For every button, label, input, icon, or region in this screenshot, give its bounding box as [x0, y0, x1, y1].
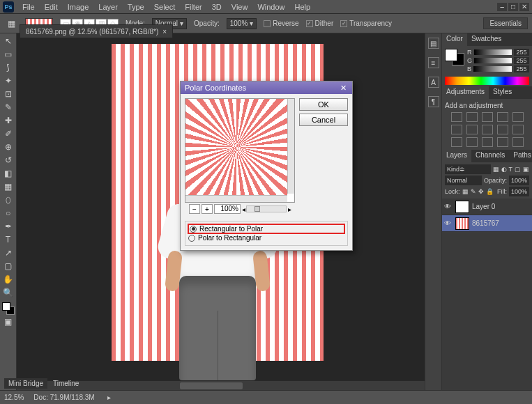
menu-image[interactable]: Image [63, 1, 93, 13]
tab-channels[interactable]: Channels [471, 150, 509, 162]
preview-scrollbar-horizontal[interactable] [185, 195, 287, 202]
tab-styles[interactable]: Styles [489, 86, 516, 99]
hand-tool[interactable]: ✋ [1, 273, 15, 286]
mini-bridge-tab[interactable]: Mini Bridge [4, 378, 47, 389]
zoom-out-button[interactable]: − [189, 204, 200, 214]
reverse-checkbox[interactable]: Reverse [264, 20, 298, 27]
dither-checkbox[interactable]: ✓Dither [306, 20, 334, 27]
lock-pixels-icon[interactable]: ✎ [471, 188, 476, 195]
document-tab[interactable]: 8615769.png @ 12.5% (8615767, RGB/8*) × [20, 24, 173, 38]
actions-panel-icon[interactable]: ≡ [428, 57, 439, 68]
layer-opacity-field[interactable]: 100% [509, 176, 529, 185]
layer-fill-field[interactable]: 100% [509, 187, 529, 196]
brightness-icon[interactable] [451, 112, 462, 122]
menu-view[interactable]: View [227, 1, 252, 13]
b-slider[interactable] [473, 66, 512, 72]
posterize-icon[interactable] [466, 137, 478, 147]
zoom-level[interactable]: 12.5% [4, 394, 24, 401]
tab-color[interactable]: Color [442, 33, 467, 46]
type-tool[interactable]: T [1, 233, 15, 246]
g-value[interactable]: 255 [514, 57, 529, 64]
menu-edit[interactable]: Edit [40, 1, 62, 13]
threshold-icon[interactable] [482, 137, 493, 147]
menu-layer[interactable]: Layer [94, 1, 122, 13]
menu-filter[interactable]: Filter [181, 1, 206, 13]
pen-tool[interactable]: ✒ [1, 220, 15, 233]
layer-name[interactable]: Layer 0 [472, 203, 495, 210]
quickmask-toggle[interactable]: ▣ [1, 316, 15, 328]
dialog-close-button[interactable]: ✕ [338, 83, 348, 93]
invert-icon[interactable] [451, 137, 462, 147]
dialog-titlebar[interactable]: Polar Coordinates ✕ [181, 81, 352, 94]
tab-layers[interactable]: Layers [442, 150, 471, 162]
rectangular-to-polar-option[interactable]: Rectangular to Polar [188, 224, 344, 233]
fg-bg-swatch[interactable] [445, 49, 464, 65]
blend-mode-select[interactable]: Normal [445, 176, 482, 185]
exposure-icon[interactable] [497, 112, 508, 122]
marquee-tool[interactable]: ▭ [1, 48, 15, 61]
bw-icon[interactable] [466, 125, 478, 134]
color-picker[interactable] [2, 302, 15, 315]
lasso-tool[interactable]: ⟆ [1, 61, 15, 74]
r-value[interactable]: 255 [514, 49, 529, 56]
gradient-map-icon[interactable] [497, 137, 508, 147]
stamp-tool[interactable]: ⊕ [1, 141, 15, 153]
color-spectrum[interactable] [445, 77, 529, 85]
opacity-field[interactable]: 100%▾ [227, 18, 257, 29]
tab-swatches[interactable]: Swatches [467, 33, 506, 46]
window-close-button[interactable]: ✕ [519, 3, 529, 11]
layer-row[interactable]: 👁 8615767 [442, 215, 532, 232]
menu-help[interactable]: Help [291, 1, 315, 13]
menu-file[interactable]: File [18, 1, 39, 13]
heal-tool[interactable]: ✚ [1, 114, 15, 127]
tab-paths[interactable]: Paths [509, 150, 532, 162]
menu-type[interactable]: Type [123, 1, 149, 13]
layer-row[interactable]: 👁 Layer 0 [442, 199, 532, 215]
filter-smart-icon[interactable]: ▣ [523, 166, 529, 173]
lut-icon[interactable] [512, 125, 524, 134]
history-brush-tool[interactable]: ↺ [1, 154, 15, 166]
shape-tool[interactable]: ▢ [1, 260, 15, 272]
g-slider[interactable] [474, 58, 512, 63]
menu-3d[interactable]: 3D [208, 1, 226, 13]
filter-shape-icon[interactable]: ▢ [515, 166, 521, 173]
layer-name[interactable]: 8615767 [472, 219, 499, 227]
ok-button[interactable]: OK [299, 98, 348, 111]
move-tool[interactable]: ↖ [1, 35, 15, 47]
filter-adj-icon[interactable]: ◐ [501, 166, 507, 173]
path-tool[interactable]: ↗ [1, 247, 15, 259]
dodge-tool[interactable]: ○ [1, 207, 15, 219]
lock-transparency-icon[interactable]: ▦ [462, 188, 469, 195]
selective-icon[interactable] [512, 137, 524, 147]
channel-mixer-icon[interactable] [497, 125, 508, 134]
layer-filter-kind[interactable]: Kind ≑ [445, 164, 491, 174]
timeline-tab[interactable]: Timeline [49, 378, 83, 389]
paragraph-panel-icon[interactable]: ¶ [428, 96, 439, 107]
wand-tool[interactable]: ✦ [1, 75, 15, 87]
window-minimize-button[interactable]: ‒ [497, 3, 507, 11]
eraser-tool[interactable]: ◧ [1, 167, 15, 180]
r-slider[interactable] [474, 49, 512, 55]
filter-type-icon[interactable]: T [509, 166, 513, 173]
zoom-tool[interactable]: 🔍 [1, 286, 15, 299]
levels-icon[interactable] [466, 112, 478, 122]
visibility-toggle-icon[interactable]: 👁 [444, 219, 453, 227]
workspace-switcher[interactable]: Essentials [483, 17, 528, 29]
document-tab-close-icon[interactable]: × [162, 28, 167, 36]
document-info[interactable]: Doc: 71.9M/118.3M [33, 394, 94, 401]
zoom-slider[interactable] [246, 205, 287, 212]
menu-window[interactable]: Window [253, 1, 289, 13]
cancel-button[interactable]: Cancel [299, 114, 348, 126]
menu-select[interactable]: Select [150, 1, 180, 13]
lock-all-icon[interactable]: 🔒 [486, 188, 494, 195]
crop-tool[interactable]: ⊡ [1, 88, 15, 100]
preview-scrollbar-vertical[interactable] [287, 99, 294, 194]
hue-icon[interactable] [451, 125, 462, 134]
lock-position-icon[interactable]: ✥ [478, 188, 484, 195]
character-panel-icon[interactable]: A [428, 77, 439, 88]
visibility-toggle-icon[interactable]: 👁 [444, 203, 453, 210]
curves-icon[interactable] [482, 112, 493, 122]
blur-tool[interactable]: ⬯ [1, 194, 15, 206]
filter-preview[interactable] [185, 98, 295, 203]
tab-adjustments[interactable]: Adjustments [442, 86, 489, 99]
